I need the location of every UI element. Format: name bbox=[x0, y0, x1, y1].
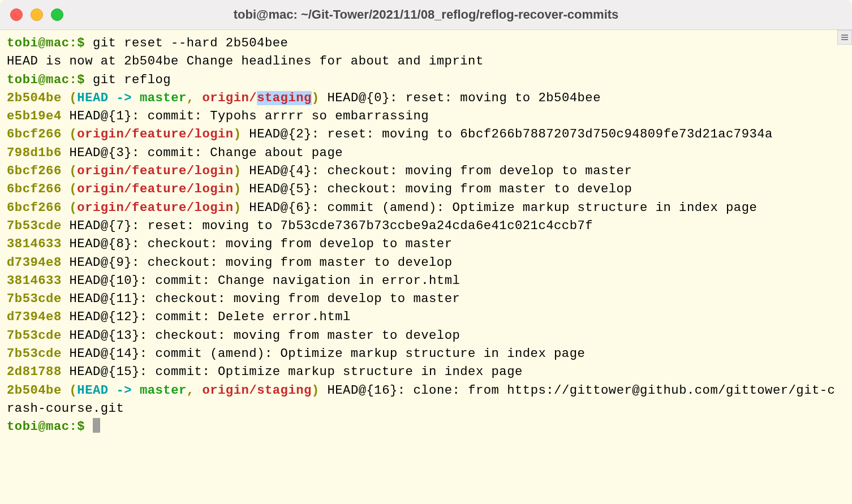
paren-close: ) bbox=[234, 201, 242, 215]
terminal-line: 6bcf266 (origin/feature/login) HEAD@{6}:… bbox=[7, 201, 757, 215]
terminal-line: 7b53cde HEAD@{11}: checkout: moving from… bbox=[7, 292, 460, 306]
reflog-message: HEAD@{11}: checkout: moving from develop… bbox=[70, 292, 461, 306]
reflog-message: HEAD@{7}: reset: moving to 7b53cde7367b7… bbox=[70, 219, 593, 233]
paren-close: ) bbox=[234, 164, 242, 178]
commit-hash: 7b53cde bbox=[7, 219, 62, 233]
paren-close: ) bbox=[312, 384, 320, 398]
remote-ref: origin/feature/login bbox=[77, 164, 233, 178]
reflog-message: HEAD@{1}: commit: Typohs arrrr so embarr… bbox=[70, 109, 429, 123]
terminal-line: tobi@mac:$ git reset --hard 2b504bee bbox=[7, 36, 288, 50]
paren-close: ) bbox=[234, 127, 242, 141]
traffic-lights bbox=[10, 8, 63, 21]
remote-ref-name: staging bbox=[257, 91, 312, 105]
commit-hash: e5b19e4 bbox=[7, 109, 62, 123]
commit-hash: 7b53cde bbox=[7, 329, 62, 343]
ref-separator: , bbox=[187, 91, 203, 105]
shell-command: git reset --hard 2b504bee bbox=[93, 36, 288, 50]
remote-ref-name: staging bbox=[257, 384, 312, 398]
commit-hash: 2b504be bbox=[7, 91, 62, 105]
terminal-line: d7394e8 HEAD@{12}: commit: Delete error.… bbox=[7, 310, 351, 324]
head-ref: HEAD -> bbox=[77, 91, 140, 105]
head-ref: HEAD -> bbox=[77, 384, 140, 398]
terminal-line: 7b53cde HEAD@{14}: commit (amend): Optim… bbox=[7, 347, 585, 361]
reflog-message: HEAD@{2}: reset: moving to 6bcf266b78872… bbox=[249, 127, 773, 141]
commit-hash: 3814633 bbox=[7, 274, 62, 288]
terminal-line: HEAD is now at 2b504be Change headlines … bbox=[7, 54, 484, 68]
zoom-button[interactable] bbox=[51, 8, 63, 21]
terminal-output[interactable]: tobi@mac:$ git reset --hard 2b504bee HEA… bbox=[0, 30, 837, 504]
terminal-line: tobi@mac:$ bbox=[7, 420, 100, 434]
paren-close: ) bbox=[312, 91, 320, 105]
svg-rect-0 bbox=[841, 35, 848, 36]
reflog-message: HEAD@{0}: reset: moving to 2b504bee bbox=[327, 91, 601, 105]
cursor bbox=[93, 418, 100, 433]
shell-prompt: tobi@mac:$ bbox=[7, 73, 93, 87]
minimize-button[interactable] bbox=[31, 8, 43, 21]
commit-hash: 7b53cde bbox=[7, 347, 62, 361]
paren-close: ) bbox=[234, 182, 242, 196]
svg-rect-1 bbox=[841, 37, 848, 38]
commit-hash: d7394e8 bbox=[7, 256, 62, 270]
terminal-line: 2d81788 HEAD@{15}: commit: Optimize mark… bbox=[7, 365, 523, 379]
shell-prompt: tobi@mac:$ bbox=[7, 420, 93, 434]
reflog-message: HEAD@{10}: commit: Change navigation in … bbox=[70, 274, 461, 288]
commit-hash: 3814633 bbox=[7, 237, 62, 251]
terminal-line: d7394e8 HEAD@{9}: checkout: moving from … bbox=[7, 256, 452, 270]
terminal-line: 3814633 HEAD@{10}: commit: Change naviga… bbox=[7, 274, 460, 288]
terminal-line: 798d1b6 HEAD@{3}: commit: Change about p… bbox=[7, 146, 343, 160]
commit-hash: 6bcf266 bbox=[7, 182, 62, 196]
terminal-line: 3814633 HEAD@{8}: checkout: moving from … bbox=[7, 237, 452, 251]
terminal-line: 6bcf266 (origin/feature/login) HEAD@{5}:… bbox=[7, 182, 632, 196]
titlebar: tobi@mac: ~/Git-Tower/2021/11/08_reflog/… bbox=[0, 0, 852, 30]
terminal-line: 7b53cde HEAD@{13}: checkout: moving from… bbox=[7, 329, 460, 343]
paren-open: ( bbox=[70, 201, 78, 215]
remote-ref-prefix: origin/ bbox=[202, 384, 257, 398]
terminal-line: tobi@mac:$ git reflog bbox=[7, 73, 171, 87]
svg-rect-2 bbox=[841, 39, 848, 40]
paren-open: ( bbox=[70, 384, 78, 398]
paren-open: ( bbox=[70, 164, 78, 178]
remote-ref: origin/feature/login bbox=[77, 127, 233, 141]
remote-ref-prefix: origin/ bbox=[202, 91, 257, 105]
reflog-message: HEAD@{5}: checkout: moving from master t… bbox=[249, 182, 632, 196]
paren-open: ( bbox=[70, 127, 78, 141]
terminal-line: 7b53cde HEAD@{7}: reset: moving to 7b53c… bbox=[7, 219, 593, 233]
commit-hash: 6bcf266 bbox=[7, 164, 62, 178]
terminal-window: tobi@mac: ~/Git-Tower/2021/11/08_reflog/… bbox=[0, 0, 852, 504]
scrollbar[interactable] bbox=[837, 30, 852, 504]
shell-prompt: tobi@mac:$ bbox=[7, 36, 93, 50]
reflog-message: HEAD@{15}: commit: Optimize markup struc… bbox=[70, 365, 523, 379]
reflog-message: HEAD@{13}: checkout: moving from master … bbox=[70, 329, 461, 343]
terminal-line: 2b504be (HEAD -> master, origin/staging)… bbox=[7, 91, 601, 105]
commit-hash: 798d1b6 bbox=[7, 146, 62, 160]
terminal-area: tobi@mac:$ git reset --hard 2b504bee HEA… bbox=[0, 30, 852, 504]
terminal-line: e5b19e4 HEAD@{1}: commit: Typohs arrrr s… bbox=[7, 109, 429, 123]
reflog-message: HEAD@{4}: checkout: moving from develop … bbox=[249, 164, 632, 178]
reflog-message: HEAD@{8}: checkout: moving from develop … bbox=[70, 237, 453, 251]
close-button[interactable] bbox=[10, 8, 23, 21]
paren-open: ( bbox=[70, 182, 78, 196]
paren-open: ( bbox=[70, 91, 78, 105]
commit-hash: 6bcf266 bbox=[7, 127, 62, 141]
scroll-lines-icon[interactable] bbox=[837, 30, 852, 45]
branch-ref: master bbox=[140, 384, 187, 398]
terminal-line: 6bcf266 (origin/feature/login) HEAD@{4}:… bbox=[7, 164, 632, 178]
reflog-message: HEAD@{9}: checkout: moving from master t… bbox=[70, 256, 453, 270]
reflog-message: HEAD@{14}: commit (amend): Optimize mark… bbox=[70, 347, 586, 361]
reflog-message: HEAD@{3}: commit: Change about page bbox=[70, 146, 343, 160]
commit-hash: 2b504be bbox=[7, 384, 62, 398]
commit-hash: 6bcf266 bbox=[7, 201, 62, 215]
terminal-line: 2b504be (HEAD -> master, origin/staging)… bbox=[7, 384, 835, 416]
remote-ref: origin/feature/login bbox=[77, 182, 233, 196]
commit-hash: d7394e8 bbox=[7, 310, 62, 324]
reflog-message: HEAD@{12}: commit: Delete error.html bbox=[70, 310, 351, 324]
commit-hash: 2d81788 bbox=[7, 365, 62, 379]
window-title: tobi@mac: ~/Git-Tower/2021/11/08_reflog/… bbox=[0, 7, 852, 22]
output-text: HEAD is now at 2b504be Change headlines … bbox=[7, 54, 484, 68]
branch-ref: master bbox=[140, 91, 187, 105]
remote-ref: origin/feature/login bbox=[77, 201, 233, 215]
reflog-message: HEAD@{6}: commit (amend): Optimize marku… bbox=[249, 201, 757, 215]
terminal-line: 6bcf266 (origin/feature/login) HEAD@{2}:… bbox=[7, 127, 773, 141]
shell-command: git reflog bbox=[93, 73, 171, 87]
ref-separator: , bbox=[187, 384, 203, 398]
